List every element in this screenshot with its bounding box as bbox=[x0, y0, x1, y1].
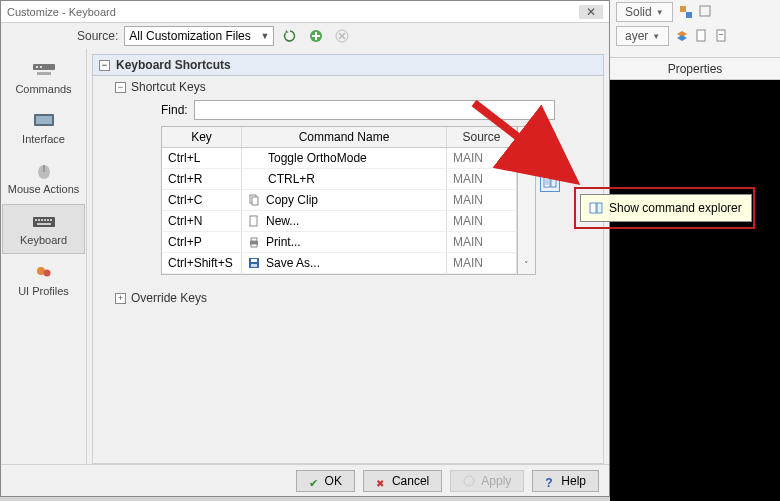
svg-rect-39 bbox=[590, 203, 596, 213]
tooltip: Show command explorer bbox=[580, 194, 752, 222]
command-explorer-icon bbox=[589, 201, 603, 215]
tooltip-text: Show command explorer bbox=[609, 201, 742, 215]
svg-line-38 bbox=[474, 103, 574, 180]
svg-rect-40 bbox=[597, 203, 602, 213]
